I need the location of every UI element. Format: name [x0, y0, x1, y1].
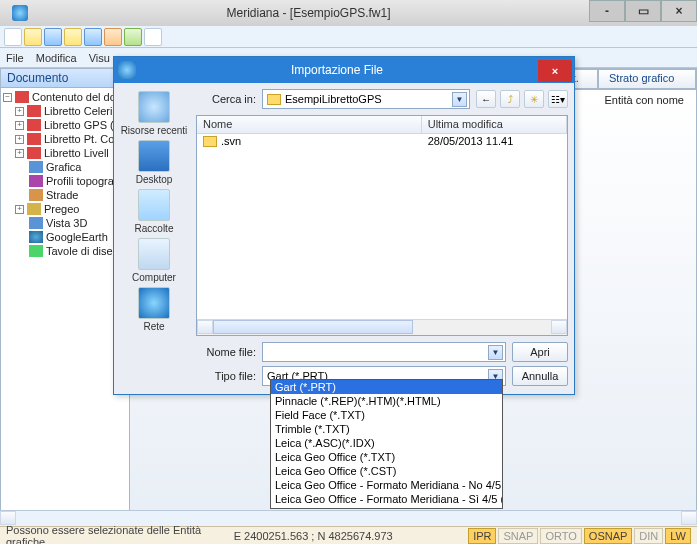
nav-views-icon[interactable]: ☷▾ — [548, 90, 568, 108]
document-tree[interactable]: −Contenuto del do +Libretto Celeri +Libr… — [1, 88, 129, 527]
app-icon — [12, 5, 28, 21]
toolbar-extra-icon[interactable] — [144, 28, 162, 46]
tree-expand-icon[interactable]: + — [15, 205, 24, 214]
dialog-close-button[interactable]: × — [538, 60, 572, 82]
cerca-label: Cerca in: — [196, 93, 262, 105]
col-nome[interactable]: Nome — [197, 116, 422, 133]
nav-back-icon[interactable]: ← — [476, 90, 496, 108]
apri-button[interactable]: Apri — [512, 342, 568, 362]
book-icon — [15, 91, 29, 103]
chevron-down-icon[interactable]: ▼ — [488, 345, 503, 360]
book-icon — [27, 147, 41, 159]
tree-expand-icon[interactable]: + — [15, 121, 24, 130]
sheet-text: Entità con nome — [597, 92, 693, 108]
scroll-left-icon[interactable] — [197, 320, 213, 334]
tree-item[interactable]: Libretto Livell — [44, 147, 109, 159]
maximize-button[interactable]: ▭ — [625, 0, 661, 22]
chevron-down-icon[interactable]: ▼ — [452, 92, 467, 107]
dropdown-item[interactable]: Leica Geo Office - Formato Meridiana - N… — [271, 478, 502, 492]
close-button[interactable]: × — [661, 0, 697, 22]
dropdown-item[interactable]: Leica (*.ASC)(*.IDX) — [271, 436, 502, 450]
tree-item[interactable]: Vista 3D — [46, 217, 87, 229]
main-titlebar: Meridiana - [EsempioGPS.fw1] - ▭ × — [0, 0, 697, 26]
file-row[interactable]: .svn 28/05/2013 11.41 — [197, 134, 567, 148]
nomefile-input[interactable]: ▼ — [262, 342, 506, 362]
desktop-icon — [138, 140, 170, 172]
dropdown-item[interactable]: Pinnacle (*.REP)(*.HTM)(*.HTML) — [271, 394, 502, 408]
status-coords: E 2400251.563 ; N 4825674.973 — [234, 530, 467, 542]
toolbar-copy-icon[interactable] — [84, 28, 102, 46]
toolbar-print-icon[interactable] — [104, 28, 122, 46]
minimize-button[interactable]: - — [589, 0, 625, 22]
tree-expand-icon[interactable]: + — [15, 107, 24, 116]
tree-item[interactable]: Libretto Celeri — [44, 105, 112, 117]
chip-lw[interactable]: LW — [665, 528, 691, 544]
scroll-right-icon[interactable] — [681, 511, 697, 525]
scroll-thumb[interactable] — [213, 320, 413, 334]
dialog-title: Importazione File — [136, 63, 538, 77]
tree-item[interactable]: Grafica — [46, 161, 81, 173]
nav-up-icon[interactable]: ⤴ — [500, 90, 520, 108]
toolbar-open-icon[interactable] — [24, 28, 42, 46]
chip-din[interactable]: DIN — [634, 528, 663, 544]
tree-item[interactable]: Libretto GPS ( — [44, 119, 114, 131]
dropdown-item[interactable]: Leica Geo Office (*.CST) — [271, 464, 502, 478]
tree-item[interactable]: Tavole di dise — [46, 245, 113, 257]
toolbar-go-icon[interactable] — [124, 28, 142, 46]
col-modifica[interactable]: Ultima modifica — [422, 116, 567, 133]
scroll-right-icon[interactable] — [551, 320, 567, 334]
graphics-icon — [29, 161, 43, 173]
tree-item[interactable]: Libretto Pt. Co — [44, 133, 114, 145]
tree-item[interactable]: Strade — [46, 189, 78, 201]
place-rete[interactable]: Rete — [114, 287, 194, 332]
file-name: .svn — [221, 135, 428, 147]
toolbar-new-icon[interactable] — [4, 28, 22, 46]
tab-strato[interactable]: Strato grafico — [598, 69, 696, 89]
tree-item[interactable]: GoogleEarth — [46, 231, 108, 243]
place-desktop[interactable]: Desktop — [114, 140, 194, 185]
status-message: Possono essere selezionate delle Entità … — [0, 524, 234, 545]
place-raccolte[interactable]: Raccolte — [114, 189, 194, 234]
book-icon — [27, 119, 41, 131]
tree-expand-icon[interactable]: + — [15, 135, 24, 144]
window-title: Meridiana - [EsempioGPS.fw1] — [28, 6, 589, 20]
file-list[interactable]: Nome Ultima modifica .svn 28/05/2013 11.… — [196, 115, 568, 336]
tree-expand-icon[interactable]: + — [15, 149, 24, 158]
cerca-combo[interactable]: EsempiLibrettoGPS ▼ — [262, 89, 470, 109]
toolbar-folder-icon[interactable] — [64, 28, 82, 46]
chip-ipr[interactable]: IPR — [468, 528, 496, 544]
dropdown-item[interactable]: Trimble (*.TXT) — [271, 422, 502, 436]
file-list-scrollbar[interactable] — [197, 319, 567, 335]
recent-icon — [138, 91, 170, 123]
document-panel: Documento −Contenuto del do +Libretto Ce… — [0, 68, 130, 528]
menu-modifica[interactable]: Modifica — [36, 52, 77, 64]
dialog-icon — [118, 61, 136, 79]
place-recent[interactable]: Risorse recenti — [114, 91, 194, 136]
place-computer[interactable]: Computer — [114, 238, 194, 283]
dropdown-item[interactable]: Gart 2000 (*.LLH) — [271, 506, 502, 509]
filetype-dropdown[interactable]: Gart (*.PRT) Pinnacle (*.REP)(*.HTM)(*.H… — [270, 379, 503, 509]
chip-osnap[interactable]: OSNAP — [584, 528, 633, 544]
dropdown-item[interactable]: Gart (*.PRT) — [271, 380, 502, 394]
dialog-titlebar[interactable]: Importazione File × — [114, 57, 574, 83]
dropdown-item[interactable]: Leica Geo Office (*.TXT) — [271, 450, 502, 464]
chip-orto[interactable]: ORTO — [540, 528, 581, 544]
cerca-value: EsempiLibrettoGPS — [285, 93, 382, 105]
menu-file[interactable]: File — [6, 52, 24, 64]
dropdown-item[interactable]: Field Face (*.TXT) — [271, 408, 502, 422]
annulla-button[interactable]: Annulla — [512, 366, 568, 386]
tree-item[interactable]: Pregeo — [44, 203, 79, 215]
tree-root[interactable]: Contenuto del do — [32, 91, 116, 103]
nav-newfolder-icon[interactable]: ✳ — [524, 90, 544, 108]
menu-visu[interactable]: Visu — [89, 52, 110, 64]
tables-icon — [29, 245, 43, 257]
toolbar-save-icon[interactable] — [44, 28, 62, 46]
computer-icon — [138, 238, 170, 270]
tree-collapse-icon[interactable]: − — [3, 93, 12, 102]
document-panel-header: Documento — [1, 69, 129, 88]
dropdown-item[interactable]: Leica Geo Office - Formato Meridiana - S… — [271, 492, 502, 506]
view3d-icon — [29, 217, 43, 229]
profile-icon — [29, 175, 43, 187]
tree-item[interactable]: Profili topogra — [46, 175, 114, 187]
chip-snap[interactable]: SNAP — [498, 528, 538, 544]
